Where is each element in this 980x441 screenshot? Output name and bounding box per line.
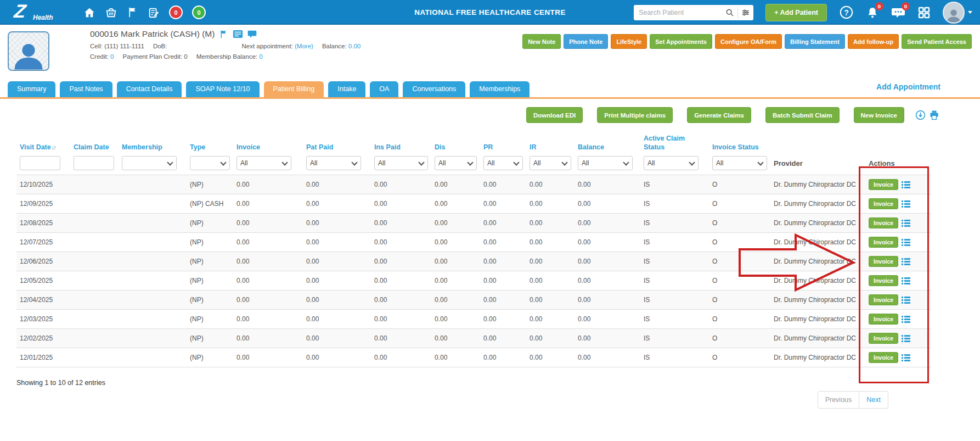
table-row: 12/02/2025(NP)0.000.000.000.000.000.000.… <box>16 329 931 348</box>
help-icon[interactable]: ? <box>839 5 854 20</box>
filter-cell-invoice-status: All <box>709 153 770 175</box>
more-link[interactable]: (More) <box>295 43 313 49</box>
search-filter-icon[interactable] <box>738 5 753 20</box>
zhealth-logo[interactable]: Z Health <box>14 1 64 24</box>
filter-select-dis[interactable]: All <box>435 156 477 170</box>
patient-action-phone-note[interactable]: Phone Note <box>564 34 608 49</box>
table-filter-row: AllAllAllAllAllAllAllAllAllProviderActio… <box>16 153 931 175</box>
line-items-icon[interactable] <box>902 354 910 361</box>
alerts-count-badge[interactable]: 0 <box>169 5 183 19</box>
invoice-button[interactable]: Invoice <box>869 275 898 286</box>
next-page-button[interactable]: Next <box>859 391 888 409</box>
invoice-button[interactable]: Invoice <box>869 237 898 248</box>
filter-select-ir[interactable]: All <box>530 156 571 170</box>
filter-input-visit-date[interactable] <box>20 156 60 170</box>
cell-visit-date: 12/03/2025 <box>16 310 70 328</box>
line-items-icon[interactable] <box>902 181 910 188</box>
cell-actions: Invoice <box>865 233 931 252</box>
cell-ins-paid: 0.00 <box>371 310 431 328</box>
cell-provider: Dr. Dummy Chiropractor DC <box>770 348 865 367</box>
search-input[interactable] <box>634 9 722 16</box>
add-patient-button[interactable]: + Add Patient <box>765 4 827 21</box>
previous-page-button[interactable]: Previous <box>818 391 860 409</box>
toolbar-batch-submit-claim[interactable]: Batch Submit Claim <box>765 107 840 123</box>
column-header-claim-date: Claim Date <box>70 142 119 153</box>
patient-action-send-patient-access[interactable]: Send Patient Access <box>902 34 972 49</box>
notifications-bell-icon[interactable]: 0 <box>866 6 879 19</box>
toolbar-print-multiple-claims[interactable]: Print Multiple claims <box>597 107 673 123</box>
cell-provider: Dr. Dummy Chiropractor DC <box>770 252 865 271</box>
patient-action-configure-oa-form[interactable]: Configure OA/Form <box>715 34 782 49</box>
invoice-button[interactable]: Invoice <box>869 352 898 363</box>
patient-action-new-note[interactable]: New Note <box>522 34 561 49</box>
filter-select-pat-paid[interactable]: All <box>306 156 361 170</box>
basket-icon[interactable] <box>105 6 117 19</box>
filter-select-invoice-status[interactable]: All <box>712 156 767 170</box>
invoice-button[interactable]: Invoice <box>869 256 898 267</box>
flag-icon[interactable] <box>127 7 138 18</box>
invoice-button[interactable]: Invoice <box>869 333 898 344</box>
filter-select-balance[interactable]: All <box>578 156 633 170</box>
patient-action-set-appointments[interactable]: Set Appointments <box>650 34 712 49</box>
line-items-icon[interactable] <box>902 297 910 304</box>
cell-pr: 0.00 <box>480 271 526 290</box>
line-items-icon[interactable] <box>902 200 910 208</box>
cell-type: (NP) <box>187 175 233 194</box>
tab-summary[interactable]: Summary <box>8 81 55 97</box>
user-avatar[interactable] <box>943 2 972 24</box>
cell-ins-paid: 0.00 <box>371 329 431 348</box>
export-download-icon[interactable] <box>915 110 926 120</box>
cell-ins-paid: 0.00 <box>371 291 431 309</box>
line-items-icon[interactable] <box>902 239 910 246</box>
patient-chat-icon[interactable] <box>247 30 257 38</box>
filter-input-claim-date[interactable] <box>74 156 114 170</box>
patient-header: 000016 Mark Patrick (CASH) (M) Cell: (11… <box>0 25 980 81</box>
tasks-count-badge[interactable]: 0 <box>192 5 206 19</box>
toolbar-new-invoice[interactable]: New Invoice <box>854 107 904 123</box>
invoice-button[interactable]: Invoice <box>869 314 898 325</box>
tab-oa[interactable]: OA <box>370 81 398 97</box>
cell-invoice: 0.00 <box>233 214 303 232</box>
patient-action-add-follow-up[interactable]: Add follow-up <box>848 34 899 49</box>
invoice-button[interactable]: Invoice <box>869 294 898 305</box>
filter-select-invoice[interactable]: All <box>236 156 291 170</box>
line-items-icon[interactable] <box>902 277 910 284</box>
patient-action-billing-statement[interactable]: Billing Statement <box>785 34 845 49</box>
filter-select-ins-paid[interactable]: All <box>374 156 428 170</box>
invoice-button[interactable]: Invoice <box>869 179 898 190</box>
filter-select-active-claim-status[interactable]: All <box>644 156 699 170</box>
insurance-card-icon[interactable] <box>233 30 243 38</box>
line-items-icon[interactable] <box>902 220 910 227</box>
patient-action-lifestyle[interactable]: LifeStyle <box>611 34 647 49</box>
cell-claim-date <box>70 291 119 309</box>
filter-select-membership[interactable] <box>122 156 177 170</box>
tab-contact-details[interactable]: Contact Details <box>117 81 182 97</box>
messages-icon[interactable]: 0 <box>891 6 905 19</box>
invoice-button[interactable]: Invoice <box>869 217 898 228</box>
cell-claim-date <box>70 214 119 232</box>
tab-intake[interactable]: Intake <box>328 81 365 97</box>
cell-active-claim-status: IS <box>640 194 709 213</box>
tab-past-notes[interactable]: Past Notes <box>60 81 112 97</box>
line-items-icon[interactable] <box>902 316 910 323</box>
search-icon[interactable] <box>722 5 737 20</box>
home-icon[interactable] <box>83 7 95 19</box>
notes-icon[interactable] <box>148 7 160 19</box>
filter-select-pr[interactable]: All <box>483 156 523 170</box>
tab-memberships[interactable]: Memberships <box>470 81 530 97</box>
line-items-icon[interactable] <box>902 258 910 265</box>
add-appointment-link[interactable]: Add Appointment <box>876 82 940 91</box>
line-items-icon[interactable] <box>902 335 910 342</box>
toolbar-generate-claims[interactable]: Generate Claims <box>687 107 751 123</box>
patient-flag-icon[interactable] <box>219 30 228 39</box>
sort-icon[interactable]: ↓↑ <box>52 144 55 150</box>
apps-grid-icon[interactable] <box>917 6 931 19</box>
tab-soap-note-12-10[interactable]: SOAP Note 12/10 <box>186 81 259 97</box>
print-icon[interactable] <box>929 110 939 120</box>
filter-select-type[interactable] <box>190 156 230 170</box>
tab-conversations[interactable]: Conversations <box>403 81 465 97</box>
invoice-button[interactable]: Invoice <box>869 198 898 209</box>
tab-patient-billing[interactable]: Patient Billing <box>264 81 324 97</box>
patient-photo[interactable] <box>8 31 49 71</box>
toolbar-download-edi[interactable]: Download EDI <box>526 107 583 123</box>
